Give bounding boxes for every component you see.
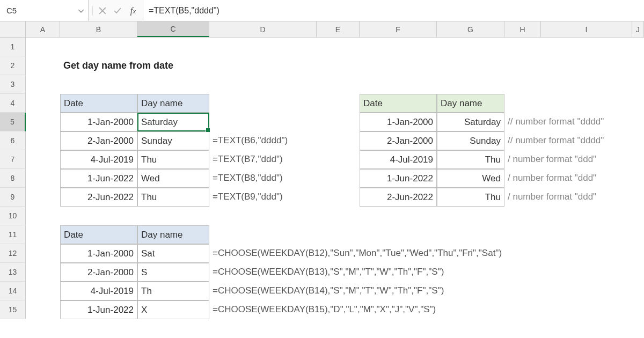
col-header-G[interactable]: G [437,21,504,37]
row-header[interactable]: 14 [0,282,26,300]
cell-D9[interactable]: =TEXT(B9,"ddd") [209,188,317,207]
row-header[interactable]: 3 [0,75,26,94]
table3-header-day: Day name [137,225,209,244]
cell-H6[interactable]: // number format "dddd" [504,131,541,150]
row-header[interactable]: 4 [0,94,26,113]
cell-B15[interactable]: 1-Jun-2022 [60,300,137,319]
insert-function-button[interactable]: fx [126,5,141,16]
cell-B9[interactable]: 2-Jun-2022 [60,188,137,207]
table3-header-date: Date [60,225,137,244]
excel-window: C5 fx A B C D E F G H [0,0,644,338]
cell-D15[interactable]: =CHOOSE(WEEKDAY(B15),"D","L","M","X","J"… [209,300,317,319]
row-header[interactable]: 5 [0,113,26,131]
table-row: 14 4-Jul-2019 Th =CHOOSE(WEEKDAY(B14),"S… [0,282,644,300]
col-header-E[interactable]: E [317,21,360,37]
formula-input[interactable] [143,0,644,21]
row-header[interactable]: 6 [0,131,26,150]
row-header[interactable]: 13 [0,263,26,282]
table-row: 10 [0,207,644,225]
table1-header-date: Date [60,94,137,113]
cell-G8[interactable]: Wed [437,169,504,188]
col-header-C[interactable]: C [137,21,209,37]
name-box[interactable]: C5 [0,0,89,21]
table-row: 6 2-Jan-2000 Sunday =TEXT(B6,"dddd") 2-J… [0,131,644,150]
spreadsheet-grid[interactable]: A B C D E F G H I J 1 2 Get day name fro… [0,21,644,319]
cell-G7[interactable]: Thu [437,150,504,169]
chevron-down-icon[interactable] [78,8,84,14]
rows: 1 2 Get day name from date 3 4 Date Day … [0,38,644,319]
cell-B8[interactable]: 1-Jun-2022 [60,169,137,188]
cell-G9[interactable]: Thu [437,188,504,207]
cell-B14[interactable]: 4-Jul-2019 [60,282,137,300]
cancel-button[interactable] [96,4,109,18]
row-header[interactable]: 1 [0,38,26,56]
row-header[interactable]: 15 [0,300,26,319]
cell-G5[interactable]: Saturday [437,113,504,131]
table1-header-day: Day name [137,94,209,113]
row-header[interactable]: 7 [0,150,26,169]
cell-H8[interactable]: / number format "ddd" [504,169,541,188]
enter-button[interactable] [111,4,125,18]
row-header[interactable]: 8 [0,169,26,188]
cell-C13[interactable]: S [137,263,209,282]
cell-G6[interactable]: Sunday [437,131,504,150]
cell-C14[interactable]: Th [137,282,209,300]
cell-C9[interactable]: Thu [137,188,209,207]
cell-F7[interactable]: 4-Jul-2019 [360,150,437,169]
table-row: 1 [0,38,644,56]
cell-C5[interactable]: Saturday [137,113,209,131]
column-headers: A B C D E F G H I J [0,21,644,38]
cell-F9[interactable]: 2-Jun-2022 [360,188,437,207]
table2-header-day: Day name [437,94,504,113]
col-header-D[interactable]: D [209,21,317,37]
col-header-B[interactable]: B [60,21,137,37]
table-row[interactable]: 8 1-Jun-2022 Wed =TEXT(B8,"ddd") 1-Jun-2… [0,169,644,188]
cell-C7[interactable]: Thu [137,150,209,169]
cell-C12[interactable]: Sat [137,244,209,263]
cell-C8[interactable]: Wed [137,169,209,188]
table-row: 12 1-Jan-2000 Sat =CHOOSE(WEEKDAY(B12),"… [0,244,644,263]
table-row: 15 1-Jun-2022 X =CHOOSE(WEEKDAY(B15),"D"… [0,300,644,319]
row-header[interactable]: 10 [0,207,26,225]
cell-H7[interactable]: / number format "ddd" [504,150,541,169]
cell-D14[interactable]: =CHOOSE(WEEKDAY(B14),"S","M","T","W","Th… [209,282,317,300]
cell-B6[interactable]: 2-Jan-2000 [60,131,137,150]
cell-D7[interactable]: =TEXT(B7,"ddd") [209,150,317,169]
cell-F6[interactable]: 2-Jan-2000 [360,131,437,150]
row-header[interactable]: 11 [0,225,26,244]
col-header-H[interactable]: H [504,21,541,37]
table-row: 13 2-Jan-2000 S =CHOOSE(WEEKDAY(B13),"S"… [0,263,644,282]
cell-D13[interactable]: =CHOOSE(WEEKDAY(B13),"S","M","T","W","Th… [209,263,317,282]
formula-bar-controls: fx [89,0,143,21]
table2-header-date: Date [360,94,437,113]
cell-D8[interactable]: =TEXT(B8,"ddd") [209,169,317,188]
cell-D6[interactable]: =TEXT(B6,"dddd") [209,131,317,150]
cell-D12[interactable]: =CHOOSE(WEEKDAY(B12),"Sun","Mon","Tue","… [209,244,317,263]
cell-B5[interactable]: 1-Jan-2000 [60,113,137,131]
row-header[interactable]: 12 [0,244,26,263]
cell-H9[interactable]: / number format "ddd" [504,188,541,207]
table-row: 2 Get day name from date [0,56,644,75]
cell-D5[interactable] [209,113,317,131]
cell-C6[interactable]: Sunday [137,131,209,150]
cell-C15[interactable]: X [137,300,209,319]
col-header-I[interactable]: I [541,21,632,37]
table-row: 4 Date Day name Date Day name [0,94,644,113]
row-header[interactable]: 2 [0,56,26,75]
cell-F8[interactable]: 1-Jun-2022 [360,169,437,188]
col-header-J[interactable]: J [632,21,644,37]
cell-H5[interactable]: // number format "dddd" [504,113,541,131]
cell-B13[interactable]: 2-Jan-2000 [60,263,137,282]
table-row: 5 1-Jan-2000 Saturday 1-Jan-2000 Saturda… [0,113,644,131]
cell-B7[interactable]: 4-Jul-2019 [60,150,137,169]
table-row: 11 Date Day name [0,225,644,244]
row-header[interactable]: 9 [0,188,26,207]
col-header-F[interactable]: F [360,21,437,37]
name-box-value: C5 [4,6,17,15]
table-row: 9 2-Jun-2022 Thu =TEXT(B9,"ddd") 2-Jun-2… [0,188,644,207]
table-row: 7 4-Jul-2019 Thu =TEXT(B7,"ddd") 4-Jul-2… [0,150,644,169]
cell-B12[interactable]: 1-Jan-2000 [60,244,137,263]
cell-F5[interactable]: 1-Jan-2000 [360,113,437,131]
select-all-corner[interactable] [0,21,26,37]
col-header-A[interactable]: A [26,21,60,37]
